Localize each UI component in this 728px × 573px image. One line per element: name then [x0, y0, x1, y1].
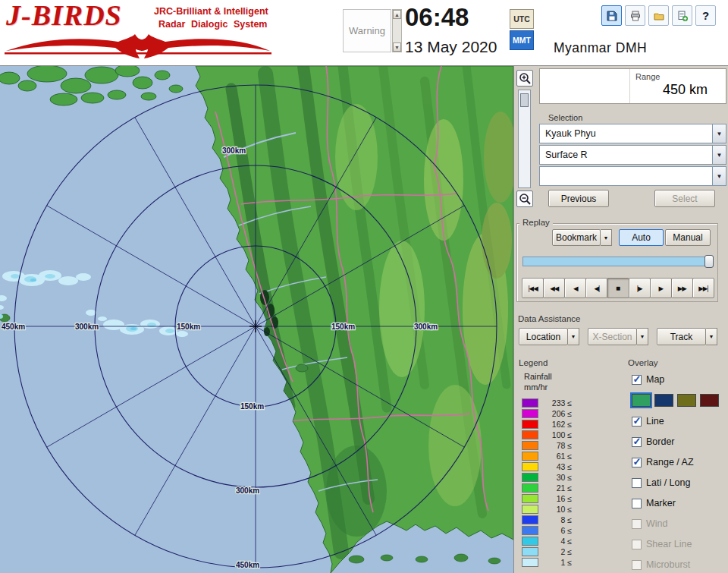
zoom-in-button[interactable]	[516, 70, 533, 87]
legend-entry: 100 ≤	[522, 430, 572, 440]
zoom-slider[interactable]	[518, 90, 531, 188]
overlay-item-line[interactable]: Line	[632, 414, 664, 428]
auto-button[interactable]: Auto	[619, 229, 664, 246]
checkbox-marker[interactable]	[632, 499, 642, 508]
svg-text:150km: 150km	[240, 402, 264, 411]
svg-text:300km: 300km	[236, 486, 259, 495]
clock-date: 13 May 2020	[405, 38, 497, 56]
overlay-item-microburst: Microburst	[632, 558, 690, 571]
svg-text:150km: 150km	[177, 323, 200, 331]
checkbox-line[interactable]	[632, 417, 642, 427]
chevron-down-icon[interactable]: ▼	[601, 229, 612, 246]
legend-entry: 162 ≤	[522, 419, 572, 430]
playback-controls: |◀◀ ◀◀ ◀ ◀| ■ |▶ ▶ ▶▶ ▶▶|	[522, 278, 714, 298]
legend-color-swatch	[522, 430, 538, 439]
checkbox-map[interactable]	[632, 375, 642, 385]
data-assistance-label: Data Assistance	[518, 314, 580, 323]
step-back-button[interactable]: ◀|	[585, 278, 607, 298]
track-control[interactable]: Track ▼	[657, 328, 717, 345]
legend-entry: 61 ≤	[522, 451, 572, 461]
zoom-slider-thumb[interactable]	[520, 93, 529, 107]
legend-entry: 2 ≤	[522, 546, 572, 557]
help-icon: ?	[702, 9, 709, 22]
fast-rewind-button[interactable]: ◀◀	[543, 278, 565, 298]
legend-entry: 4 ≤	[522, 536, 572, 546]
chevron-down-icon[interactable]: ▼	[712, 167, 726, 185]
location-button[interactable]: Location	[519, 328, 568, 345]
chevron-down-icon[interactable]: ▼	[568, 328, 579, 345]
overlay-item-border[interactable]: Border	[632, 435, 675, 449]
palette-swatch-navy[interactable]	[654, 394, 673, 407]
manual-button[interactable]: Manual	[665, 229, 711, 246]
checkbox-lati-long[interactable]	[632, 478, 642, 488]
data-assistance-buttons: Location ▼ X-Section ▼ Track ▼	[519, 328, 717, 345]
replay-timeline-slider[interactable]	[522, 257, 714, 266]
site-dropdown[interactable]: Kyauk Phyu ▼	[539, 124, 726, 143]
help-button[interactable]: ?	[695, 5, 716, 26]
scroll-up-icon[interactable]: ▲	[393, 10, 401, 19]
utc-toggle-button[interactable]: UTC	[510, 9, 534, 29]
warning-scrollbar[interactable]: ▲ ▼	[392, 9, 402, 52]
overlay-item-lati-long[interactable]: Lati / Long	[632, 476, 690, 490]
fast-forward-button[interactable]: ▶▶	[671, 278, 693, 298]
range-divider	[629, 69, 630, 103]
scroll-down-icon[interactable]: ▼	[393, 43, 401, 52]
track-button[interactable]: Track	[657, 328, 706, 345]
overlay-item-shear-line: Shear Line	[632, 537, 692, 551]
bookmark-button[interactable]: Bookmark	[552, 229, 601, 246]
location-control[interactable]: Location ▼	[519, 328, 579, 345]
range-value: 450 km	[663, 82, 708, 98]
previous-button[interactable]: Previous	[548, 190, 609, 207]
legend-color-swatch	[522, 441, 538, 450]
chevron-down-icon[interactable]: ▼	[712, 124, 726, 143]
checkbox-border[interactable]	[632, 437, 642, 447]
replay-groupbox: Bookmark ▼ Auto Manual |◀◀ ◀◀ ◀ ◀| ■ |▶ …	[516, 223, 718, 302]
legend-color-swatch	[522, 494, 538, 503]
legend-color-swatch	[522, 526, 538, 535]
mmt-toggle-button[interactable]: MMT	[510, 30, 534, 50]
save-icon	[606, 10, 618, 22]
product-dropdown[interactable]: Surface R ▼	[539, 145, 726, 165]
open-folder-button[interactable]	[648, 5, 669, 26]
overlay-item-map[interactable]: Map	[632, 373, 664, 386]
overlay-item-marker[interactable]: Marker	[632, 496, 676, 510]
range-box: Range 450 km	[539, 68, 726, 104]
skip-to-end-button[interactable]: ▶▶|	[692, 278, 714, 298]
map-palette-row	[632, 394, 719, 407]
palette-swatch-maroon[interactable]	[700, 394, 719, 407]
play-button[interactable]: ▶	[650, 278, 672, 298]
legend-entry: 21 ≤	[522, 483, 572, 493]
legend-color-swatch	[522, 515, 538, 524]
legend-entry: 16 ≤	[522, 493, 572, 504]
palette-swatch-green[interactable]	[632, 394, 651, 407]
skip-to-start-button[interactable]: |◀◀	[522, 278, 544, 298]
zoom-out-button[interactable]	[516, 190, 533, 207]
bookmark-dropdown[interactable]: Bookmark ▼	[552, 229, 612, 246]
replay-timeline-thumb[interactable]	[704, 255, 714, 268]
overlay-item-range-az[interactable]: Range / AZ	[632, 455, 694, 469]
legend-entry: 206 ≤	[522, 408, 572, 419]
legend-color-swatch	[522, 547, 538, 556]
stop-button[interactable]: ■	[607, 278, 629, 298]
palette-swatch-olive[interactable]	[677, 394, 696, 407]
export-button[interactable]	[672, 5, 692, 26]
chevron-down-icon[interactable]: ▼	[712, 146, 726, 164]
legend-entry: 233 ≤	[522, 398, 572, 408]
save-button[interactable]	[601, 5, 622, 26]
legend-color-swatch	[522, 505, 538, 514]
play-backward-button[interactable]: ◀	[564, 278, 586, 298]
legend-color-swatch	[522, 398, 538, 408]
extra-dropdown[interactable]: ▼	[539, 166, 726, 186]
checkbox-range-az[interactable]	[632, 458, 642, 468]
site-dropdown-value: Kyauk Phyu	[540, 124, 712, 143]
xsection-button: X-Section	[588, 328, 637, 345]
chevron-down-icon[interactable]: ▼	[706, 328, 717, 345]
print-button[interactable]	[625, 5, 645, 26]
warning-label: Warning	[349, 25, 385, 36]
step-forward-button[interactable]: |▶	[629, 278, 651, 298]
selection-label: Selection	[548, 113, 582, 122]
warning-panel[interactable]: Warning	[343, 9, 391, 52]
legend-unit-2: mm/hr	[524, 383, 548, 392]
legend-color-swatch	[522, 409, 538, 418]
replay-timeline-fill	[523, 257, 708, 266]
